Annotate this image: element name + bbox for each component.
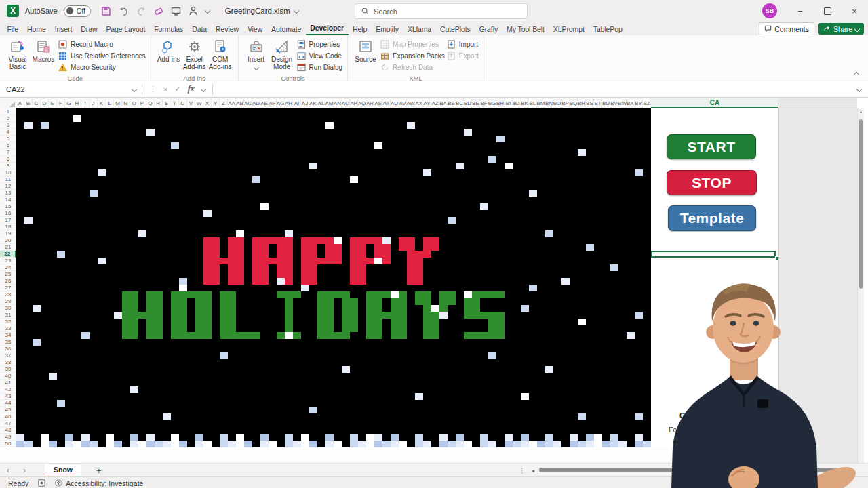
row-header-22[interactable]: 22 <box>0 251 16 258</box>
column-header-bb[interactable]: BB <box>448 98 456 108</box>
column-header-bm[interactable]: BM <box>537 98 545 108</box>
ribbon-tab-view[interactable]: View <box>243 22 267 35</box>
column-header-f[interactable]: F <box>57 98 65 108</box>
run-dialog-button[interactable]: Run Dialog <box>297 63 342 72</box>
ribbon-tab-draw[interactable]: Draw <box>77 22 102 35</box>
column-header-bf[interactable]: BF <box>480 98 488 108</box>
insert-control-button[interactable]: Insert <box>243 37 269 70</box>
row-header-24[interactable]: 24 <box>0 264 16 271</box>
autosave-toggle[interactable]: Off <box>64 5 91 17</box>
macro-security-button[interactable]: Macro Security <box>58 63 146 72</box>
row-header-39[interactable]: 39 <box>0 366 16 373</box>
template-button[interactable]: Template <box>668 205 756 231</box>
row-header-50[interactable]: 50 <box>0 441 16 447</box>
row-header-9[interactable]: 9 <box>0 163 16 169</box>
column-header-az[interactable]: AZ <box>431 98 439 108</box>
row-header-17[interactable]: 17 <box>0 217 16 224</box>
column-header-h[interactable]: H <box>73 98 81 108</box>
accessibility-status[interactable]: Accessibility: Investigate <box>55 479 143 487</box>
column-header-bd[interactable]: BD <box>464 98 472 108</box>
row-header-8[interactable]: 8 <box>0 156 16 163</box>
panel-link-fragment[interactable]: htt <box>676 436 684 445</box>
column-header-m[interactable]: M <box>114 98 122 108</box>
vertical-scrollbar[interactable]: ▲ <box>857 108 864 463</box>
column-header-z[interactable]: Z <box>220 98 228 108</box>
row-header-31[interactable]: 31 <box>0 312 16 319</box>
row-header-47[interactable]: 47 <box>0 420 16 427</box>
row-header-40[interactable]: 40 <box>0 373 16 380</box>
column-header-q[interactable]: Q <box>146 98 155 108</box>
row-header-42[interactable]: 42 <box>0 386 16 393</box>
column-header-bh[interactable]: BH <box>496 98 505 108</box>
column-header-ad[interactable]: AD <box>252 98 260 108</box>
row-header-27[interactable]: 27 <box>0 285 16 291</box>
column-header-w[interactable]: W <box>195 98 203 108</box>
column-header-ca[interactable]: CA <box>651 98 778 108</box>
column-header-ap[interactable]: AP <box>350 98 358 108</box>
column-header-bo[interactable]: BO <box>553 98 561 108</box>
row-header-19[interactable]: 19 <box>0 230 16 237</box>
column-header-t[interactable]: T <box>171 98 179 108</box>
column-header-ao[interactable]: AO <box>342 98 350 108</box>
row-header-43[interactable]: 43 <box>0 393 16 400</box>
quick-access-more-icon[interactable] <box>205 8 210 14</box>
properties-button[interactable]: Properties <box>297 40 342 49</box>
row-header-33[interactable]: 33 <box>0 325 16 332</box>
column-header-s[interactable]: S <box>163 98 171 108</box>
column-header-be[interactable]: BE <box>472 98 480 108</box>
select-all-corner[interactable] <box>0 98 17 109</box>
scroll-up-icon[interactable]: ▲ <box>858 110 864 114</box>
row-header-6[interactable]: 6 <box>0 142 16 149</box>
column-header-bc[interactable]: BC <box>456 98 464 108</box>
row-header-20[interactable]: 20 <box>0 237 16 244</box>
column-header-aj[interactable]: AJ <box>301 98 309 108</box>
close-button[interactable]: × <box>841 0 868 22</box>
row-header-18[interactable]: 18 <box>0 224 16 230</box>
column-header-aa[interactable]: AA <box>228 98 236 108</box>
row-header-3[interactable]: 3 <box>0 122 16 129</box>
addins-button[interactable]: Add-ins <box>156 37 182 64</box>
column-header-bn[interactable]: BN <box>545 98 553 108</box>
column-header-br[interactable]: BR <box>578 98 586 108</box>
column-header-bk[interactable]: BK <box>521 98 529 108</box>
expansion-packs-button[interactable]: Expansion Packs <box>380 52 445 60</box>
row-header-12[interactable]: 12 <box>0 183 16 190</box>
column-header-bg[interactable]: BG <box>488 98 496 108</box>
column-header-c[interactable]: C <box>33 98 41 108</box>
column-header-au[interactable]: AU <box>391 98 399 108</box>
ribbon-tab-file[interactable]: File <box>3 22 23 35</box>
row-header-5[interactable]: 5 <box>0 136 16 142</box>
column-header-by[interactable]: BY <box>635 98 643 108</box>
ribbon-tab-home[interactable]: Home <box>23 22 51 35</box>
macro-record-status-button[interactable] <box>38 479 45 487</box>
comments-button[interactable]: Comments <box>759 22 814 35</box>
row-header-36[interactable]: 36 <box>0 346 16 352</box>
row-header-28[interactable]: 28 <box>0 291 16 298</box>
ribbon-tab-emojify[interactable]: Emojify <box>372 22 403 35</box>
row-header-16[interactable]: 16 <box>0 210 16 217</box>
insert-function-icon[interactable]: fx <box>188 84 195 94</box>
row-header-15[interactable]: 15 <box>0 203 16 210</box>
scroll-left-icon[interactable]: ◂ <box>532 464 534 477</box>
column-header-an[interactable]: AN <box>334 98 342 108</box>
row-header-30[interactable]: 30 <box>0 305 16 312</box>
ribbon-tab-xlprompt[interactable]: XLPrompt <box>549 22 589 35</box>
column-header-u[interactable]: U <box>179 98 187 108</box>
column-header-bi[interactable]: BI <box>505 98 513 108</box>
spreadsheet-grid[interactable] <box>16 108 651 447</box>
horizontal-scrollbar[interactable] <box>539 468 854 473</box>
column-header-bs[interactable]: BS <box>586 98 594 108</box>
row-header-44[interactable]: 44 <box>0 400 16 407</box>
column-header-a[interactable]: A <box>16 98 24 108</box>
column-header-ay[interactable]: AY <box>423 98 431 108</box>
undo-icon[interactable] <box>119 7 129 16</box>
ribbon-tab-page-layout[interactable]: Page Layout <box>102 22 150 35</box>
sheet-nav-next-icon[interactable]: › <box>16 466 33 475</box>
view-code-button[interactable]: View Code <box>297 52 342 60</box>
column-header-aw[interactable]: AW <box>407 98 415 108</box>
account-avatar[interactable]: SB <box>762 3 777 18</box>
column-header-d[interactable]: D <box>41 98 49 108</box>
com-addins-button[interactable]: COM Add-ins <box>208 37 233 70</box>
horizontal-scroll-thumb[interactable] <box>539 468 837 472</box>
column-header-bz[interactable]: BZ <box>643 98 651 108</box>
